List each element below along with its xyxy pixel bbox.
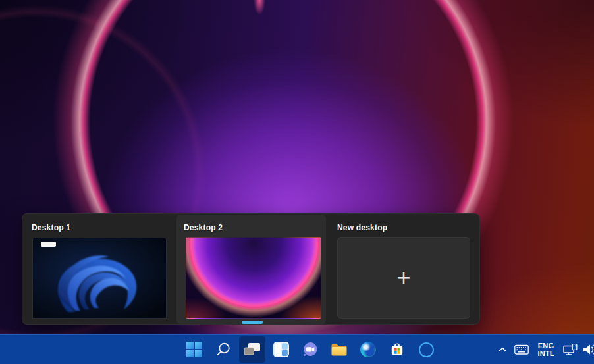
start-icon <box>186 342 202 357</box>
store-button[interactable] <box>384 336 410 363</box>
store-icon <box>389 342 405 357</box>
desktop-1-thumbnail[interactable] <box>32 238 167 319</box>
taskbar-center-icons <box>181 336 439 363</box>
network-button[interactable] <box>560 336 580 363</box>
volume-icon <box>583 343 594 356</box>
volume-button[interactable] <box>580 336 594 363</box>
new-desktop-button[interactable]: + <box>337 237 470 319</box>
new-desktop-label: New desktop <box>337 223 387 232</box>
show-hidden-icons-button[interactable] <box>493 336 512 363</box>
edge-button[interactable] <box>355 336 381 363</box>
search-icon <box>215 342 231 357</box>
system-tray: ENG INTL <box>493 336 594 363</box>
open-window-mini-thumbnail[interactable] <box>41 242 56 247</box>
file-explorer-icon <box>331 343 348 357</box>
cortana-icon <box>419 342 434 357</box>
task-view-panel: Desktop 1 <box>22 213 480 325</box>
desktop-1-cell[interactable]: Desktop 1 <box>22 214 176 325</box>
desktop-2-cell[interactable]: Desktop 2 <box>176 215 326 324</box>
widgets-button[interactable] <box>268 336 294 363</box>
touch-keyboard-button[interactable] <box>512 336 531 363</box>
language-line-2: INTL <box>537 350 554 357</box>
chat-icon <box>302 341 319 358</box>
plus-icon: + <box>396 269 411 287</box>
start-button[interactable] <box>181 336 207 363</box>
network-icon <box>563 343 578 356</box>
chevron-up-icon <box>497 344 508 355</box>
edge-icon <box>360 342 376 357</box>
desktop-2-label: Desktop 2 <box>184 223 223 232</box>
chat-button[interactable] <box>297 336 323 363</box>
search-button[interactable] <box>210 336 236 363</box>
cortana-button[interactable] <box>413 336 439 363</box>
task-view-button[interactable] <box>239 336 265 363</box>
task-view-icon <box>244 342 261 357</box>
widgets-icon <box>273 342 289 357</box>
bloom-blue-wallpaper-art <box>33 238 166 318</box>
touch-keyboard-icon <box>514 344 529 355</box>
new-desktop-cell[interactable]: New desktop + <box>328 214 481 325</box>
desktop-2-thumbnail[interactable] <box>186 237 321 319</box>
language-indicator[interactable]: ENG INTL <box>531 336 560 363</box>
language-line-1: ENG <box>537 342 554 350</box>
taskbar: ENG INTL <box>0 334 594 364</box>
active-desktop-indicator <box>242 321 263 324</box>
file-explorer-button[interactable] <box>326 336 352 363</box>
desktop-1-label: Desktop 1 <box>32 223 70 232</box>
